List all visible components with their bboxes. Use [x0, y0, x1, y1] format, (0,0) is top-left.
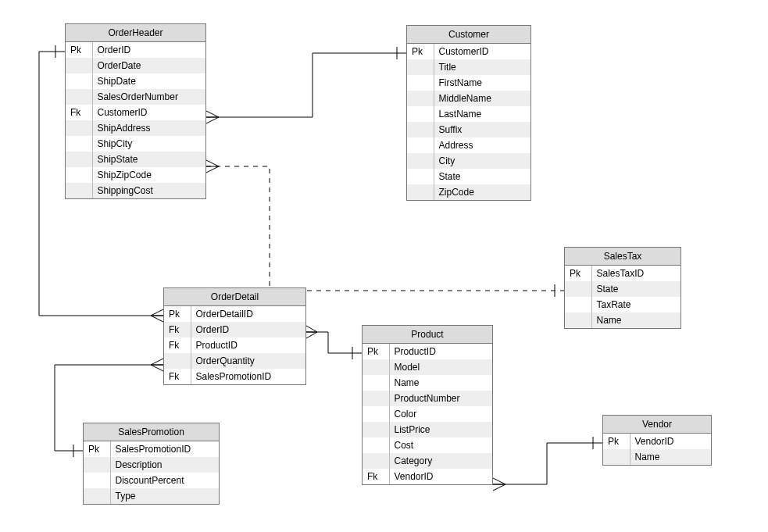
attr-key: Fk	[164, 322, 191, 337]
attr-key: Pk	[603, 434, 630, 449]
attr-key	[66, 183, 92, 198]
attr-key	[164, 353, 191, 369]
attr-key	[407, 75, 434, 91]
attr-name: VendorID	[630, 434, 711, 449]
entity-title: Vendor	[603, 416, 711, 434]
attr-key	[363, 453, 389, 469]
entity-salestax: SalesTax PkSalesTaxID State TaxRate Name	[564, 247, 681, 329]
attr-key: Pk	[565, 266, 591, 281]
er-diagram-canvas: SalesTax (left). ShipState centerY ~ 213…	[0, 0, 768, 532]
attr-name: Name	[389, 375, 492, 391]
attr-key	[603, 449, 630, 465]
attr-name: OrderID	[92, 42, 205, 58]
attr-name: Description	[110, 457, 219, 473]
attr-name: ShipDate	[92, 73, 205, 89]
attr-name: State	[434, 169, 530, 184]
entity-rows: PkCustomerID Title FirstName MiddleName …	[407, 44, 530, 200]
attr-name: ProductNumber	[389, 391, 492, 406]
attr-key: Pk	[66, 42, 92, 58]
attr-key: Pk	[164, 306, 191, 322]
attr-name: SalesOrderNumber	[92, 89, 205, 105]
entity-title: OrderDetail	[164, 288, 305, 306]
attr-key	[407, 59, 434, 75]
attr-name: SalesPromotionID	[191, 369, 305, 384]
attr-name: Title	[434, 59, 530, 75]
attr-key	[407, 169, 434, 184]
attr-name: OrderDetailID	[191, 306, 305, 322]
attr-name: DiscountPercent	[110, 473, 219, 488]
attr-key	[363, 375, 389, 391]
attr-key	[407, 184, 434, 200]
entity-salespromotion: SalesPromotion PkSalesPromotionID Descri…	[83, 423, 220, 505]
attr-name: OrderQuantity	[191, 353, 305, 369]
attr-key	[66, 152, 92, 167]
attr-key	[363, 391, 389, 406]
attr-key: Pk	[363, 344, 389, 359]
attr-key	[84, 473, 110, 488]
attr-name: City	[434, 153, 530, 169]
attr-key	[84, 457, 110, 473]
entity-orderdetail: OrderDetail PkOrderDetailID FkOrderID Fk…	[163, 287, 306, 385]
attr-key	[565, 312, 591, 328]
attr-name: ProductID	[389, 344, 492, 359]
attr-name: OrderID	[191, 322, 305, 337]
attr-key	[363, 359, 389, 375]
attr-key	[407, 137, 434, 153]
attr-key: Pk	[84, 441, 110, 457]
entity-customer: Customer PkCustomerID Title FirstName Mi…	[406, 25, 531, 201]
attr-key	[66, 167, 92, 183]
attr-key: Fk	[164, 369, 191, 384]
attr-name: ListPrice	[389, 422, 492, 437]
attr-name: CustomerID	[92, 105, 205, 120]
entity-title: Product	[363, 326, 492, 344]
entity-title: SalesPromotion	[84, 423, 219, 441]
attr-key: Pk	[407, 44, 434, 59]
attr-key	[363, 406, 389, 422]
entity-orderheader: OrderHeader PkOrderID OrderDate ShipDate…	[65, 23, 206, 199]
attr-key: Fk	[66, 105, 92, 120]
attr-name: ZipCode	[434, 184, 530, 200]
entity-rows: PkProductID Model Name ProductNumber Col…	[363, 344, 492, 484]
attr-key	[66, 89, 92, 105]
attr-name: MiddleName	[434, 91, 530, 106]
attr-key	[363, 437, 389, 453]
attr-name: Suffix	[434, 122, 530, 137]
attr-key	[407, 91, 434, 106]
attr-name: Model	[389, 359, 492, 375]
attr-key: Fk	[363, 469, 389, 484]
attr-name: Address	[434, 137, 530, 153]
attr-name: ShippingCost	[92, 183, 205, 198]
attr-name: ShipAddress	[92, 120, 205, 136]
attr-name: VendorID	[389, 469, 492, 484]
attr-name: SalesTaxID	[591, 266, 680, 281]
attr-name: Name	[630, 449, 711, 465]
entity-title: Customer	[407, 26, 530, 44]
attr-key: Fk	[164, 337, 191, 353]
attr-name: ShipZipCode	[92, 167, 205, 183]
attr-key	[66, 58, 92, 73]
attr-name: LastName	[434, 106, 530, 122]
attr-key	[66, 73, 92, 89]
attr-name: Type	[110, 488, 219, 504]
attr-key	[565, 297, 591, 312]
entity-rows: PkOrderID OrderDate ShipDate SalesOrderN…	[66, 42, 205, 198]
entity-rows: PkSalesPromotionID Description DiscountP…	[84, 441, 219, 504]
attr-name: Cost	[389, 437, 492, 453]
attr-key	[66, 136, 92, 152]
attr-name: Name	[591, 312, 680, 328]
attr-name: ShipCity	[92, 136, 205, 152]
entity-rows: PkSalesTaxID State TaxRate Name	[565, 266, 680, 328]
attr-key	[407, 122, 434, 137]
attr-name: ProductID	[191, 337, 305, 353]
entity-vendor: Vendor PkVendorID Name	[602, 415, 712, 466]
attr-name: OrderDate	[92, 58, 205, 73]
entity-rows: PkVendorID Name	[603, 434, 711, 465]
attr-key	[84, 488, 110, 504]
entity-rows: PkOrderDetailID FkOrderID FkProductID Or…	[164, 306, 305, 384]
attr-key	[66, 120, 92, 136]
attr-key	[407, 153, 434, 169]
entity-product: Product PkProductID Model Name ProductNu…	[362, 325, 493, 485]
attr-key	[363, 422, 389, 437]
attr-name: CustomerID	[434, 44, 530, 59]
entity-title: OrderHeader	[66, 24, 205, 42]
